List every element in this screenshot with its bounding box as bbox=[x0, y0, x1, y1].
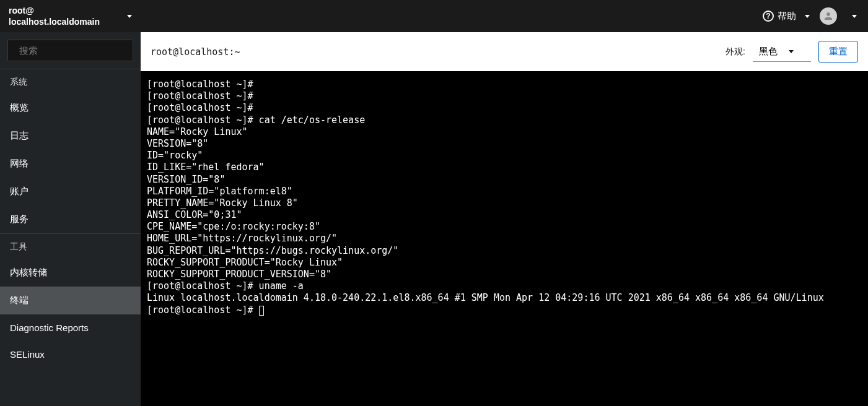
host-selector[interactable]: root@ localhost.localdomain bbox=[0, 1, 141, 31]
nav-item-accounts[interactable]: 账户 bbox=[0, 178, 141, 205]
person-icon bbox=[823, 11, 834, 22]
chevron-down-icon bbox=[127, 15, 132, 18]
search-input[interactable] bbox=[19, 45, 137, 56]
reset-button[interactable]: 重置 bbox=[818, 41, 858, 63]
main-content: root@localhost:~ 外观: 黑色 重置 [root@localho… bbox=[141, 32, 868, 406]
sidebar: 系统 概览 日志 网络 账户 服务 工具 内核转储 终端 Diagnostic … bbox=[0, 32, 141, 406]
nav-group-tools: 工具 bbox=[0, 233, 141, 259]
nav-item-network[interactable]: 网络 bbox=[0, 150, 141, 178]
nav-group-system: 系统 bbox=[0, 69, 141, 94]
host-line2: localhost.localdomain bbox=[9, 16, 100, 27]
chevron-down-icon bbox=[852, 15, 857, 18]
help-icon: ? bbox=[763, 11, 774, 22]
help-button[interactable]: ? 帮助 bbox=[763, 11, 810, 22]
chevron-down-icon bbox=[789, 50, 794, 53]
terminal-title: root@localhost:~ bbox=[151, 46, 718, 58]
appearance-label: 外观: bbox=[726, 46, 745, 58]
nav-item-diagnostic-reports[interactable]: Diagnostic Reports bbox=[0, 314, 141, 341]
search-box[interactable] bbox=[7, 40, 133, 61]
topbar: root@ localhost.localdomain ? 帮助 bbox=[0, 0, 868, 32]
terminal-cursor bbox=[259, 306, 264, 316]
terminal-output[interactable]: [root@localhost ~]# [root@localhost ~]# … bbox=[141, 71, 868, 406]
chevron-down-icon bbox=[805, 15, 810, 18]
nav-item-terminal[interactable]: 终端 bbox=[0, 287, 141, 314]
help-label: 帮助 bbox=[778, 11, 796, 22]
appearance-value: 黑色 bbox=[759, 46, 778, 58]
nav-item-kdump[interactable]: 内核转储 bbox=[0, 259, 141, 287]
host-line1: root@ bbox=[9, 5, 100, 16]
nav-item-services[interactable]: 服务 bbox=[0, 205, 141, 233]
nav-item-overview[interactable]: 概览 bbox=[0, 94, 141, 122]
user-avatar[interactable] bbox=[820, 7, 837, 25]
nav-item-selinux[interactable]: SELinux bbox=[0, 341, 141, 368]
appearance-select[interactable]: 黑色 bbox=[753, 42, 811, 62]
nav-item-logs[interactable]: 日志 bbox=[0, 122, 141, 150]
terminal-toolbar: root@localhost:~ 外观: 黑色 重置 bbox=[141, 32, 868, 71]
